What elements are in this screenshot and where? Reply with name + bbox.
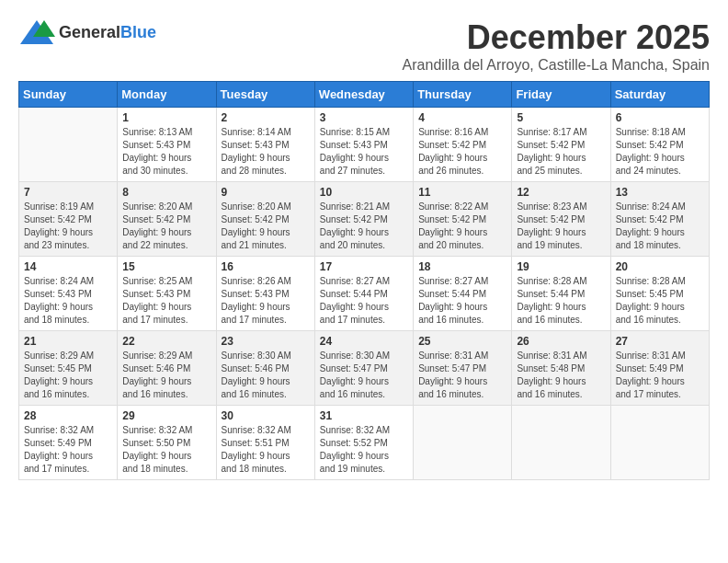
- calendar-table: SundayMondayTuesdayWednesdayThursdayFrid…: [18, 81, 710, 480]
- calendar-header-row: SundayMondayTuesdayWednesdayThursdayFrid…: [19, 82, 710, 108]
- day-info: Sunrise: 8:22 AM Sunset: 5:42 PM Dayligh…: [418, 201, 506, 252]
- logo-icon: [18, 18, 55, 46]
- day-number: 4: [418, 111, 506, 124]
- calendar-cell: 10Sunrise: 8:21 AM Sunset: 5:42 PM Dayli…: [314, 182, 413, 257]
- calendar-cell: 16Sunrise: 8:26 AM Sunset: 5:43 PM Dayli…: [216, 257, 314, 331]
- calendar-header-thursday: Thursday: [414, 82, 512, 108]
- calendar-cell: [414, 406, 512, 480]
- calendar-cell: 30Sunrise: 8:32 AM Sunset: 5:51 PM Dayli…: [216, 406, 314, 480]
- calendar-cell: 22Sunrise: 8:29 AM Sunset: 5:46 PM Dayli…: [118, 331, 216, 406]
- day-info: Sunrise: 8:27 AM Sunset: 5:44 PM Dayligh…: [320, 275, 408, 327]
- day-number: 26: [517, 335, 605, 348]
- day-info: Sunrise: 8:19 AM Sunset: 5:42 PM Dayligh…: [24, 201, 112, 252]
- calendar-header-friday: Friday: [512, 82, 610, 108]
- day-number: 21: [24, 335, 112, 348]
- calendar-cell: 13Sunrise: 8:24 AM Sunset: 5:42 PM Dayli…: [610, 182, 709, 257]
- day-info: Sunrise: 8:13 AM Sunset: 5:43 PM Dayligh…: [122, 126, 210, 178]
- calendar-week-row: 1Sunrise: 8:13 AM Sunset: 5:43 PM Daylig…: [19, 108, 710, 182]
- calendar-cell: 29Sunrise: 8:32 AM Sunset: 5:50 PM Dayli…: [118, 406, 216, 480]
- calendar-cell: 26Sunrise: 8:31 AM Sunset: 5:48 PM Dayli…: [512, 331, 610, 406]
- day-number: 10: [320, 186, 408, 199]
- calendar-header-wednesday: Wednesday: [314, 82, 413, 108]
- calendar-week-row: 7Sunrise: 8:19 AM Sunset: 5:42 PM Daylig…: [19, 182, 710, 257]
- calendar-cell: 15Sunrise: 8:25 AM Sunset: 5:43 PM Dayli…: [118, 257, 216, 331]
- calendar-cell: 6Sunrise: 8:18 AM Sunset: 5:42 PM Daylig…: [610, 108, 709, 182]
- day-info: Sunrise: 8:25 AM Sunset: 5:43 PM Dayligh…: [122, 275, 210, 327]
- day-info: Sunrise: 8:26 AM Sunset: 5:43 PM Dayligh…: [222, 275, 310, 327]
- calendar-header-tuesday: Tuesday: [216, 82, 314, 108]
- calendar-cell: 17Sunrise: 8:27 AM Sunset: 5:44 PM Dayli…: [314, 257, 413, 331]
- calendar-cell: 3Sunrise: 8:15 AM Sunset: 5:43 PM Daylig…: [314, 108, 413, 182]
- calendar-cell: 9Sunrise: 8:20 AM Sunset: 5:42 PM Daylig…: [216, 182, 314, 257]
- day-info: Sunrise: 8:32 AM Sunset: 5:51 PM Dayligh…: [222, 424, 310, 476]
- day-number: 12: [517, 186, 605, 199]
- calendar-cell: 4Sunrise: 8:16 AM Sunset: 5:42 PM Daylig…: [414, 108, 512, 182]
- day-info: Sunrise: 8:29 AM Sunset: 5:46 PM Dayligh…: [122, 350, 210, 401]
- day-info: Sunrise: 8:32 AM Sunset: 5:49 PM Dayligh…: [24, 424, 112, 476]
- day-number: 14: [24, 260, 112, 273]
- day-info: Sunrise: 8:32 AM Sunset: 5:52 PM Dayligh…: [320, 424, 408, 476]
- day-info: Sunrise: 8:28 AM Sunset: 5:45 PM Dayligh…: [616, 275, 704, 327]
- day-number: 16: [222, 260, 310, 273]
- calendar-header-saturday: Saturday: [610, 82, 709, 108]
- day-number: 15: [122, 260, 210, 273]
- day-number: 22: [122, 335, 210, 348]
- day-info: Sunrise: 8:24 AM Sunset: 5:43 PM Dayligh…: [24, 275, 112, 327]
- day-number: 17: [320, 260, 408, 273]
- day-info: Sunrise: 8:16 AM Sunset: 5:42 PM Dayligh…: [418, 126, 506, 178]
- day-info: Sunrise: 8:14 AM Sunset: 5:43 PM Dayligh…: [222, 126, 310, 178]
- day-number: 19: [517, 260, 605, 273]
- calendar-cell: 12Sunrise: 8:23 AM Sunset: 5:42 PM Dayli…: [512, 182, 610, 257]
- day-info: Sunrise: 8:27 AM Sunset: 5:44 PM Dayligh…: [418, 275, 506, 327]
- calendar-header-sunday: Sunday: [19, 82, 118, 108]
- calendar-cell: 14Sunrise: 8:24 AM Sunset: 5:43 PM Dayli…: [19, 257, 118, 331]
- calendar-cell: [512, 406, 610, 480]
- day-info: Sunrise: 8:21 AM Sunset: 5:42 PM Dayligh…: [320, 201, 408, 252]
- day-number: 31: [320, 409, 408, 422]
- day-number: 28: [24, 409, 112, 422]
- day-number: 3: [320, 111, 408, 124]
- day-info: Sunrise: 8:18 AM Sunset: 5:42 PM Dayligh…: [616, 126, 704, 178]
- day-info: Sunrise: 8:20 AM Sunset: 5:42 PM Dayligh…: [222, 201, 310, 252]
- calendar-cell: 11Sunrise: 8:22 AM Sunset: 5:42 PM Dayli…: [414, 182, 512, 257]
- day-number: 24: [320, 335, 408, 348]
- calendar-cell: 24Sunrise: 8:30 AM Sunset: 5:47 PM Dayli…: [314, 331, 413, 406]
- day-number: 13: [616, 186, 704, 199]
- calendar-week-row: 28Sunrise: 8:32 AM Sunset: 5:49 PM Dayli…: [19, 406, 710, 480]
- calendar-cell: [19, 108, 118, 182]
- day-number: 23: [222, 335, 310, 348]
- calendar-cell: [610, 406, 709, 480]
- calendar-week-row: 14Sunrise: 8:24 AM Sunset: 5:43 PM Dayli…: [19, 257, 710, 331]
- day-number: 2: [222, 111, 310, 124]
- calendar-cell: 8Sunrise: 8:20 AM Sunset: 5:42 PM Daylig…: [118, 182, 216, 257]
- day-number: 29: [122, 409, 210, 422]
- month-title: December 2025: [403, 18, 710, 57]
- day-number: 11: [418, 186, 506, 199]
- logo: GeneralBlue: [18, 18, 156, 46]
- day-info: Sunrise: 8:20 AM Sunset: 5:42 PM Dayligh…: [122, 201, 210, 252]
- calendar-cell: 28Sunrise: 8:32 AM Sunset: 5:49 PM Dayli…: [19, 406, 118, 480]
- calendar-cell: 5Sunrise: 8:17 AM Sunset: 5:42 PM Daylig…: [512, 108, 610, 182]
- day-info: Sunrise: 8:17 AM Sunset: 5:42 PM Dayligh…: [517, 126, 605, 178]
- day-number: 30: [222, 409, 310, 422]
- day-info: Sunrise: 8:15 AM Sunset: 5:43 PM Dayligh…: [320, 126, 408, 178]
- calendar-cell: 1Sunrise: 8:13 AM Sunset: 5:43 PM Daylig…: [118, 108, 216, 182]
- calendar-cell: 21Sunrise: 8:29 AM Sunset: 5:45 PM Dayli…: [19, 331, 118, 406]
- day-info: Sunrise: 8:31 AM Sunset: 5:48 PM Dayligh…: [517, 350, 605, 401]
- day-number: 7: [24, 186, 112, 199]
- location-title: Arandilla del Arroyo, Castille-La Mancha…: [403, 57, 710, 74]
- calendar-cell: 19Sunrise: 8:28 AM Sunset: 5:44 PM Dayli…: [512, 257, 610, 331]
- calendar-cell: 20Sunrise: 8:28 AM Sunset: 5:45 PM Dayli…: [610, 257, 709, 331]
- day-number: 25: [418, 335, 506, 348]
- day-number: 5: [517, 111, 605, 124]
- day-info: Sunrise: 8:31 AM Sunset: 5:47 PM Dayligh…: [418, 350, 506, 401]
- day-number: 6: [616, 111, 704, 124]
- day-info: Sunrise: 8:28 AM Sunset: 5:44 PM Dayligh…: [517, 275, 605, 327]
- page-header: GeneralBlue December 2025 Arandilla del …: [18, 18, 710, 74]
- calendar-week-row: 21Sunrise: 8:29 AM Sunset: 5:45 PM Dayli…: [19, 331, 710, 406]
- day-info: Sunrise: 8:23 AM Sunset: 5:42 PM Dayligh…: [517, 201, 605, 252]
- day-info: Sunrise: 8:24 AM Sunset: 5:42 PM Dayligh…: [616, 201, 704, 252]
- calendar-cell: 25Sunrise: 8:31 AM Sunset: 5:47 PM Dayli…: [414, 331, 512, 406]
- day-number: 8: [122, 186, 210, 199]
- title-block: December 2025 Arandilla del Arroyo, Cast…: [403, 18, 710, 74]
